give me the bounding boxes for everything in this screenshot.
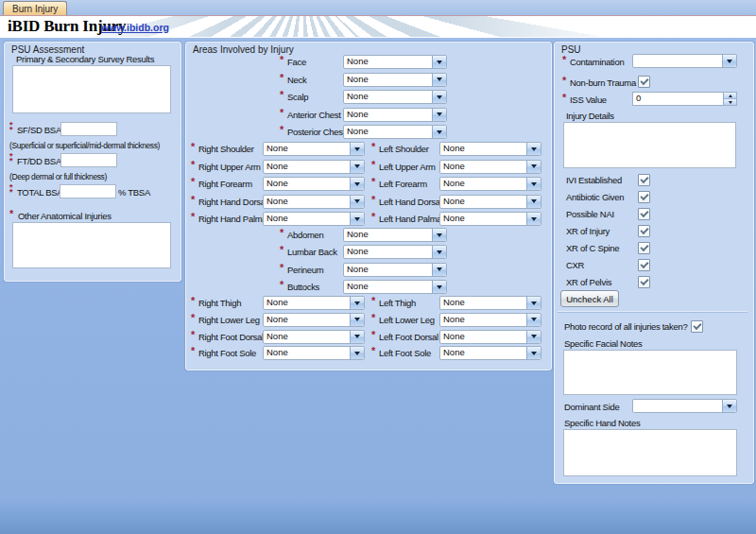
dropdown-arrow-icon[interactable] [722,400,736,412]
uncheck-all-button[interactable]: Uncheck All [560,290,619,307]
dropdown-arrow-icon[interactable] [350,347,364,359]
dropdown-arrow-icon[interactable] [432,246,446,258]
tab-burn-injury[interactable]: Burn Injury [3,1,67,15]
dropdown-arrow-icon[interactable] [526,178,541,190]
sfsd-bsa-input[interactable] [60,122,117,136]
arrow-down-icon [531,335,537,338]
left-hand-palmar-dropdown[interactable]: None [439,212,541,226]
injury-details-textarea[interactable] [563,122,736,168]
required-asterisk-icon [280,245,284,254]
other-injuries-label: Other Anatomical Injuries [18,211,112,221]
dropdown-arrow-icon[interactable] [526,314,541,326]
arrow-down-icon [354,199,360,203]
required-asterisk-icon [371,142,375,151]
dropdown-arrow-icon[interactable] [526,196,541,208]
dropdown-arrow-icon[interactable] [432,281,446,293]
dropdown-arrow-icon[interactable] [722,55,736,67]
right-foot-dorsal-dropdown[interactable]: None [263,330,365,344]
tbsa-suffix-label: % TBSA [118,187,150,198]
sfsd-note: (Superficial or superficial/mid-dermal t… [9,141,160,150]
ftdd-bsa-input[interactable] [60,153,117,167]
left-shoulder-label: Left Shoulder [379,144,429,154]
dropdown-arrow-icon[interactable] [432,109,446,121]
hand-notes-textarea[interactable] [563,429,737,476]
face-dropdown[interactable]: None [343,55,447,69]
possible-nai-checkbox[interactable] [638,208,650,220]
psu-panel: PSU Contamination Non-burn Trauma ISS Va… [554,42,754,484]
right-foot-sole-dropdown[interactable]: None [263,346,365,360]
left-lower-leg-dropdown[interactable]: None [439,313,541,327]
abdomen-dropdown[interactable]: None [343,228,447,242]
left-forearm-dropdown[interactable]: None [439,177,541,191]
dropdown-arrow-icon[interactable] [526,331,541,343]
cxr-checkbox[interactable] [638,259,650,271]
arrow-down-icon [531,352,537,355]
website-link[interactable]: www.ibidb.org [101,22,169,33]
left-upper-arm-value: None [440,161,526,173]
dropdown-arrow-icon[interactable] [350,331,364,343]
dominant-side-dropdown[interactable] [632,399,737,413]
dropdown-arrow-icon[interactable] [526,213,541,225]
dropdown-arrow-icon[interactable] [350,196,364,208]
dropdown-arrow-icon[interactable] [350,161,364,173]
right-hand-palmar-dropdown[interactable]: None [263,212,365,226]
iss-value-spinner[interactable]: 0 [632,92,737,106]
photo-record-checkbox[interactable] [691,320,703,333]
right-thigh-dropdown[interactable]: None [263,296,365,310]
dropdown-arrow-icon[interactable] [526,347,541,359]
spin-down-button[interactable] [724,99,736,105]
left-forearm-value: None [440,178,526,190]
right-hand-dorsal-dropdown[interactable]: None [263,195,365,209]
total-bsa-input[interactable] [60,184,116,198]
required-asterisk-icon [280,263,284,272]
dropdown-arrow-icon[interactable] [526,161,541,173]
xr-of-c-spine-checkbox[interactable] [638,242,650,254]
right-forearm-dropdown[interactable]: None [263,177,365,191]
required-marker-icon [9,185,13,194]
scalp-dropdown[interactable]: None [343,90,447,104]
xr-of-pelvis-checkbox[interactable] [638,276,650,288]
left-foot-sole-value: None [440,347,526,359]
abdomen-value: None [344,229,432,241]
contamination-dropdown[interactable] [632,54,737,68]
posterior-chest-dropdown[interactable]: None [343,125,447,139]
left-thigh-dropdown[interactable]: None [439,296,541,310]
dropdown-arrow-icon[interactable] [350,213,364,225]
perineum-dropdown[interactable]: None [343,263,447,277]
required-asterisk-icon [562,55,566,64]
dropdown-arrow-icon[interactable] [526,297,541,309]
left-upper-arm-dropdown[interactable]: None [439,160,541,174]
left-shoulder-dropdown[interactable]: None [439,142,541,156]
dropdown-arrow-icon[interactable] [350,178,364,190]
dropdown-arrow-icon[interactable] [350,143,364,155]
ivi-established-checkbox[interactable] [638,174,650,186]
dropdown-arrow-icon[interactable] [432,229,446,241]
right-foot-sole-label: Right Foot Sole [198,348,256,358]
dropdown-arrow-icon[interactable] [432,56,446,68]
other-injuries-textarea[interactable] [12,222,171,268]
anterior-chest-dropdown[interactable]: None [343,108,447,122]
buttocks-dropdown[interactable]: None [343,280,447,294]
non-burn-trauma-checkbox[interactable] [638,76,650,88]
dropdown-arrow-icon[interactable] [350,314,364,326]
xr-of-injury-checkbox[interactable] [638,225,650,237]
dropdown-arrow-icon[interactable] [432,126,446,138]
dropdown-arrow-icon[interactable] [350,297,364,309]
right-shoulder-dropdown[interactable]: None [263,142,365,156]
left-hand-dorsal-dropdown[interactable]: None [439,195,541,209]
dropdown-arrow-icon[interactable] [432,74,446,86]
survey-results-textarea[interactable] [12,65,171,113]
left-foot-dorsal-dropdown[interactable]: None [439,330,541,344]
right-upper-arm-dropdown[interactable]: None [263,160,365,174]
dropdown-arrow-icon[interactable] [432,264,446,276]
left-foot-sole-dropdown[interactable]: None [439,346,541,360]
dropdown-arrow-icon[interactable] [526,143,541,155]
arrow-down-icon [437,78,442,81]
dropdown-arrow-icon[interactable] [432,91,446,103]
facial-notes-textarea[interactable] [563,350,737,395]
right-lower-leg-dropdown[interactable]: None [263,313,365,327]
lumbar-back-dropdown[interactable]: None [343,245,447,259]
neck-dropdown[interactable]: None [343,73,447,87]
antibiotic-given-checkbox[interactable] [638,191,650,203]
spin-up-button[interactable] [724,93,736,99]
